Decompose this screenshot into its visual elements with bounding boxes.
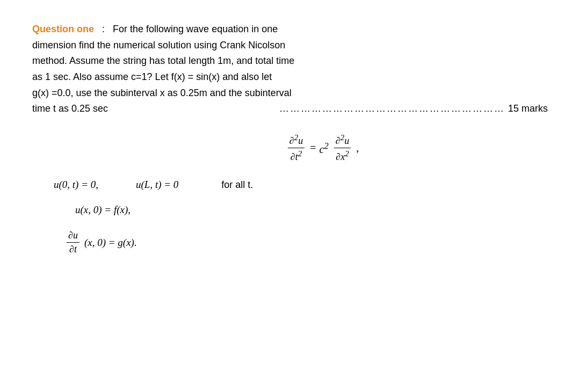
question-line4: as 1 sec. Also assume c=1? Let f(x) = si… [32,71,272,82]
question-line2: dimension find the numerical solution us… [32,40,285,50]
semicolon: , [356,142,359,154]
question-line3: method. Assume the string has total leng… [32,55,294,66]
dots-separator: ……………………………………………………… [108,101,505,117]
boundary-conditions: u(0, t) = 0, u(L, t) = 0 for all t. [54,179,548,191]
question-line1: For the following wave equation in one [113,24,278,34]
boundary-condition-1: u(0, t) = 0, [54,179,98,191]
for-all-t-label: for all t. [221,179,253,191]
derivative-rhs-expr: (x, 0) = g(x). [84,237,137,249]
initial-condition: u(x, 0) = f(x), [75,204,548,216]
marks-label: 15 marks [508,101,548,117]
numerator-d2u-dt: ∂2u [288,133,305,148]
derivative-condition: ∂u ∂t (x, 0) = g(x). [64,229,548,255]
page-container: Question one : For the following wave eq… [0,0,580,290]
time-text: time t as 0.25 sec [32,101,108,117]
equations-block: ∂2u ∂t2 = c2 ∂2u ∂x2 [32,133,548,255]
question-colon: : [97,24,113,34]
question-text-lines: Question one : For the following wave eq… [32,21,548,117]
wave-equation: ∂2u ∂t2 = c2 ∂2u ∂x2 [97,133,548,163]
numerator-du: ∂u [67,230,79,243]
initial-condition-expr: u(x, 0) = f(x), [75,204,130,215]
equals-sign: = [310,142,316,154]
denominator-dt: ∂t [68,243,78,255]
boundary-condition-2: u(L, t) = 0 [136,179,178,191]
time-dots-marks-line: time t as 0.25 sec ………………………………………………………… [32,101,548,117]
frac-dxu: ∂2u ∂x2 [334,133,351,163]
c-squared: c2 [320,141,329,156]
frac-du-dt: ∂u ∂t [67,230,79,255]
denominator-dx2: ∂x2 [334,148,350,163]
denominator-dt2: ∂t2 [289,148,303,163]
frac-dtu: ∂2u ∂t2 [288,133,305,163]
question-block: Question one : For the following wave eq… [32,21,548,117]
question-label: Question one [32,24,94,34]
question-line5: g(x) =0.0, use the subinterval x as 0.25… [32,88,292,98]
numerator-d2u-dx: ∂2u [334,133,351,148]
